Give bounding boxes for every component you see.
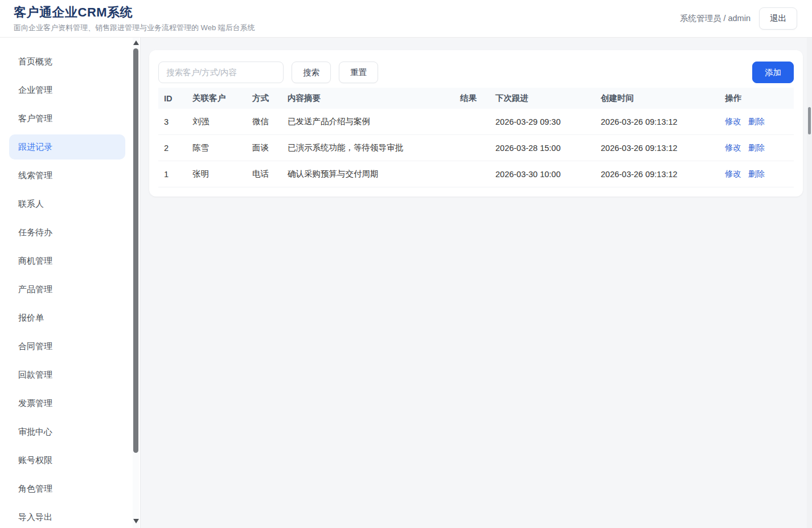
sidebar-item-product-mgmt[interactable]: 产品管理 (9, 277, 125, 302)
column-header: 内容摘要 (282, 88, 454, 109)
cell-actions: 修改删除 (719, 161, 794, 187)
page-scrollbar[interactable] (807, 38, 812, 528)
cell-actions: 修改删除 (719, 109, 794, 135)
sidebar-scrollbar[interactable] (133, 38, 139, 528)
sidebar-item-enterprise-mgmt[interactable]: 企业管理 (9, 77, 125, 103)
main-layout: 首页概览企业管理客户管理跟进记录线索管理联系人任务待办商机管理产品管理报价单合同… (0, 38, 812, 528)
table-body: 3刘强微信已发送产品介绍与案例2026-03-29 09:302026-03-2… (158, 109, 794, 187)
cell-result (454, 109, 490, 135)
edit-link[interactable]: 修改 (725, 117, 741, 126)
search-button[interactable]: 搜索 (292, 62, 331, 83)
cell-method: 面谈 (247, 135, 282, 161)
cell-created: 2026-03-26 09:13:12 (595, 135, 719, 161)
sidebar-item-customer-mgmt[interactable]: 客户管理 (9, 106, 125, 131)
sidebar-item-home-overview[interactable]: 首页概览 (9, 49, 125, 74)
cell-next_follow: 2026-03-28 15:00 (490, 135, 595, 161)
sidebar-item-approval-center[interactable]: 审批中心 (9, 419, 125, 444)
table-row: 1张明电话确认采购预算与交付周期2026-03-30 10:002026-03-… (158, 161, 794, 187)
cell-id: 2 (158, 135, 187, 161)
column-header: 创建时间 (595, 88, 719, 109)
sidebar-item-leads-mgmt[interactable]: 线索管理 (9, 163, 125, 188)
main-content: 搜索 重置 添加 ID关联客户方式内容摘要结果下次跟进创建时间操作 3刘强微信已… (141, 38, 812, 528)
page-scrollbar-thumb[interactable] (808, 107, 811, 134)
edit-link[interactable]: 修改 (725, 169, 741, 178)
cell-summary: 确认采购预算与交付周期 (282, 161, 454, 187)
user-info: 系统管理员 / admin (680, 13, 751, 24)
reset-button[interactable]: 重置 (339, 62, 378, 83)
sidebar-item-quotations[interactable]: 报价单 (9, 305, 125, 330)
cell-customer: 陈雪 (187, 135, 247, 161)
delete-link[interactable]: 删除 (748, 117, 765, 126)
cell-method: 微信 (247, 109, 282, 135)
sidebar-menu: 首页概览企业管理客户管理跟进记录线索管理联系人任务待办商机管理产品管理报价单合同… (0, 38, 140, 528)
sidebar-item-invoice-mgmt[interactable]: 发票管理 (9, 391, 125, 416)
app-subtitle: 面向企业客户资料管理、销售跟进管理与业务流程管理的 Web 端后台系统 (14, 23, 255, 33)
cell-next_follow: 2026-03-29 09:30 (490, 109, 595, 135)
sidebar-item-account-permissions[interactable]: 账号权限 (9, 448, 125, 473)
add-button[interactable]: 添加 (752, 62, 794, 83)
cell-created: 2026-03-26 09:13:12 (595, 109, 719, 135)
cell-summary: 已演示系统功能，等待领导审批 (282, 135, 454, 161)
cell-method: 电话 (247, 161, 282, 187)
delete-link[interactable]: 删除 (748, 169, 765, 178)
sidebar: 首页概览企业管理客户管理跟进记录线索管理联系人任务待办商机管理产品管理报价单合同… (0, 38, 141, 528)
cell-actions: 修改删除 (719, 135, 794, 161)
table-row: 2陈雪面谈已演示系统功能，等待领导审批2026-03-28 15:002026-… (158, 135, 794, 161)
cell-result (454, 161, 490, 187)
scroll-down-icon[interactable] (133, 519, 139, 523)
search-input[interactable] (158, 62, 284, 83)
cell-next_follow: 2026-03-30 10:00 (490, 161, 595, 187)
cell-customer: 张明 (187, 161, 247, 187)
cell-id: 3 (158, 109, 187, 135)
column-header: ID (158, 88, 187, 109)
follow-up-table: ID关联客户方式内容摘要结果下次跟进创建时间操作 3刘强微信已发送产品介绍与案例… (158, 88, 794, 187)
edit-link[interactable]: 修改 (725, 143, 741, 152)
cell-id: 1 (158, 161, 187, 187)
table-toolbar: 搜索 重置 添加 (158, 62, 794, 83)
sidebar-item-contacts[interactable]: 联系人 (9, 191, 125, 216)
cell-summary: 已发送产品介绍与案例 (282, 109, 454, 135)
header-user-area: 系统管理员 / admin 退出 (680, 7, 797, 30)
sidebar-item-follow-up-records[interactable]: 跟进记录 (9, 134, 125, 159)
brand-block: 客户通企业CRM系统 面向企业客户资料管理、销售跟进管理与业务流程管理的 Web… (14, 4, 255, 33)
column-header: 下次跟进 (490, 88, 595, 109)
cell-created: 2026-03-26 09:13:12 (595, 161, 719, 187)
app-title: 客户通企业CRM系统 (14, 4, 255, 21)
column-header: 操作 (719, 88, 794, 109)
sidebar-scrollbar-thumb[interactable] (133, 48, 138, 453)
sidebar-item-import-export[interactable]: 导入导出 (9, 505, 125, 528)
app-header: 客户通企业CRM系统 面向企业客户资料管理、销售跟进管理与业务流程管理的 Web… (0, 0, 812, 38)
sidebar-item-role-mgmt[interactable]: 角色管理 (9, 476, 125, 501)
cell-customer: 刘强 (187, 109, 247, 135)
table-row: 3刘强微信已发送产品介绍与案例2026-03-29 09:302026-03-2… (158, 109, 794, 135)
cell-result (454, 135, 490, 161)
sidebar-item-payment-mgmt[interactable]: 回款管理 (9, 362, 125, 387)
sidebar-item-opportunity-mgmt[interactable]: 商机管理 (9, 248, 125, 273)
column-header: 关联客户 (187, 88, 247, 109)
sidebar-item-contract-mgmt[interactable]: 合同管理 (9, 334, 125, 359)
sidebar-item-tasks-todo[interactable]: 任务待办 (9, 220, 125, 245)
column-header: 结果 (454, 88, 490, 109)
scroll-up-icon[interactable] (133, 40, 139, 45)
logout-button[interactable]: 退出 (759, 7, 797, 30)
follow-up-records-card: 搜索 重置 添加 ID关联客户方式内容摘要结果下次跟进创建时间操作 3刘强微信已… (149, 50, 803, 197)
column-header: 方式 (247, 88, 282, 109)
table-header: ID关联客户方式内容摘要结果下次跟进创建时间操作 (158, 88, 794, 109)
delete-link[interactable]: 删除 (748, 143, 765, 152)
